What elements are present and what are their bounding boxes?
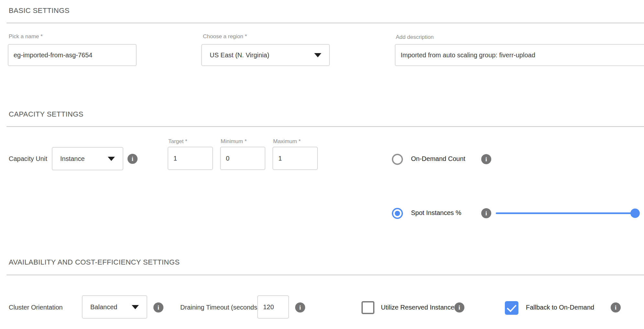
description-input[interactable] — [395, 44, 644, 66]
spot-percentage-slider-thumb[interactable] — [630, 209, 640, 218]
draining-timeout-input[interactable] — [257, 295, 289, 319]
fallback-to-on-demand-checkbox[interactable] — [505, 301, 518, 315]
chevron-down-icon — [314, 53, 321, 57]
info-icon[interactable]: i — [481, 208, 491, 218]
region-value: US East (N. Virginia) — [202, 51, 269, 59]
utilize-reserved-instances-checkbox[interactable] — [361, 301, 374, 314]
info-icon[interactable]: i — [153, 302, 163, 312]
capacity-settings-title: CAPACITY SETTINGS — [9, 110, 83, 119]
chevron-down-icon — [132, 305, 139, 309]
name-label: Pick a name * — [9, 33, 43, 40]
minimum-input[interactable] — [220, 147, 265, 170]
capacity-unit-value: Instance — [52, 155, 85, 163]
info-icon[interactable]: i — [611, 302, 621, 312]
basic-settings-divider — [6, 23, 644, 23]
name-input[interactable] — [8, 44, 137, 66]
spot-instances-radio[interactable] — [392, 208, 403, 219]
availability-settings-title: AVAILABILITY AND COST-EFFICIENCY SETTING… — [9, 258, 180, 267]
on-demand-count-label: On-Demand Count — [411, 155, 465, 163]
region-label: Choose a region * — [203, 33, 247, 40]
info-icon[interactable]: i — [295, 302, 305, 312]
spot-instances-label: Spot Instances % — [411, 209, 461, 217]
capacity-unit-dropdown[interactable]: Instance — [52, 147, 123, 170]
region-dropdown[interactable]: US East (N. Virginia) — [201, 44, 330, 66]
on-demand-count-radio[interactable] — [392, 154, 403, 165]
capacity-unit-label: Capacity Unit — [9, 155, 47, 163]
check-icon — [507, 302, 516, 312]
capacity-settings-divider — [6, 126, 644, 127]
basic-settings-title: BASIC SETTINGS — [9, 6, 70, 15]
chevron-down-icon — [108, 157, 115, 161]
radio-dot-icon — [395, 211, 400, 216]
description-label: Add description — [396, 34, 434, 40]
info-icon[interactable]: i — [454, 302, 464, 312]
spot-percentage-slider[interactable] — [496, 212, 634, 214]
cluster-orientation-value: Balanced — [83, 303, 117, 311]
info-icon[interactable]: i — [481, 154, 491, 164]
target-label: Target * — [168, 138, 187, 145]
utilize-reserved-instances-label: Utilize Reserved Instances — [381, 304, 458, 311]
draining-timeout-label: Draining Timeout (seconds) — [180, 304, 260, 311]
target-input[interactable] — [168, 147, 213, 170]
maximum-input[interactable] — [272, 147, 318, 170]
fallback-to-on-demand-label: Fallback to On-Demand — [526, 304, 594, 311]
cluster-orientation-label: Cluster Orientation — [9, 304, 63, 311]
elastigroup-settings-form: BASIC SETTINGS Pick a name * Choose a re… — [0, 0, 644, 329]
info-icon[interactable]: i — [128, 154, 138, 164]
availability-settings-divider — [6, 275, 644, 275]
cluster-orientation-dropdown[interactable]: Balanced — [82, 295, 147, 319]
minimum-label: Minimum * — [221, 138, 247, 145]
maximum-label: Maximum * — [273, 138, 301, 145]
